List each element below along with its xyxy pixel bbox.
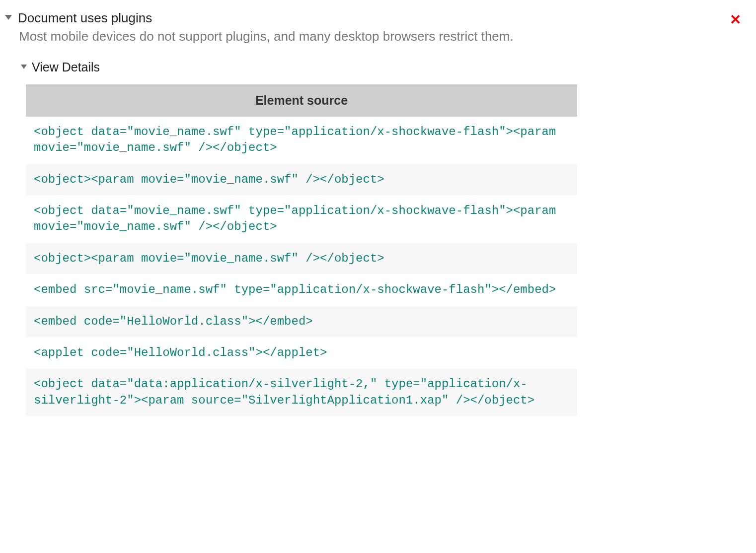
element-source-cell: <embed src="movie_name.swf" type="applic… bbox=[26, 275, 577, 306]
element-source-cell: <applet code="HelloWorld.class"></applet… bbox=[26, 338, 577, 369]
table-row: <object><param movie="movie_name.swf" />… bbox=[26, 243, 577, 274]
chevron-down-icon[interactable] bbox=[5, 15, 12, 20]
table-body: <object data="movie_name.swf" type="appl… bbox=[26, 117, 577, 416]
table-row: <object data="movie_name.swf" type="appl… bbox=[26, 117, 577, 164]
table-row: <embed code="HelloWorld.class"></embed> bbox=[26, 306, 577, 337]
audit-header: Document uses plugins bbox=[5, 10, 751, 27]
chevron-down-icon[interactable] bbox=[21, 65, 27, 69]
table-row: <applet code="HelloWorld.class"></applet… bbox=[26, 338, 577, 369]
element-source-table: Element source <object data="movie_name.… bbox=[26, 84, 577, 416]
table-row: <object data="data:application/x-silverl… bbox=[26, 369, 577, 416]
table-row: <embed src="movie_name.swf" type="applic… bbox=[26, 275, 577, 306]
element-source-cell: <object><param movie="movie_name.swf" />… bbox=[26, 164, 577, 195]
element-source-cell: <object><param movie="movie_name.swf" />… bbox=[26, 243, 577, 274]
element-source-cell: <object data="movie_name.swf" type="appl… bbox=[26, 196, 577, 243]
details-header: View Details bbox=[21, 60, 751, 74]
audit-result: ✕ Document uses plugins Most mobile devi… bbox=[5, 10, 751, 416]
audit-description: Most mobile devices do not support plugi… bbox=[19, 28, 751, 45]
table-row: <object data="movie_name.swf" type="appl… bbox=[26, 196, 577, 243]
audit-title: Document uses plugins bbox=[18, 10, 152, 27]
table-row: <object><param movie="movie_name.swf" />… bbox=[26, 164, 577, 195]
table-header: Element source bbox=[26, 84, 577, 117]
close-icon[interactable]: ✕ bbox=[730, 13, 741, 27]
element-source-cell: <embed code="HelloWorld.class"></embed> bbox=[26, 306, 577, 337]
element-source-cell: <object data="movie_name.swf" type="appl… bbox=[26, 117, 577, 164]
details-title: View Details bbox=[32, 60, 100, 74]
details-section: View Details Element source <object data… bbox=[21, 60, 751, 416]
element-source-cell: <object data="data:application/x-silverl… bbox=[26, 369, 577, 416]
